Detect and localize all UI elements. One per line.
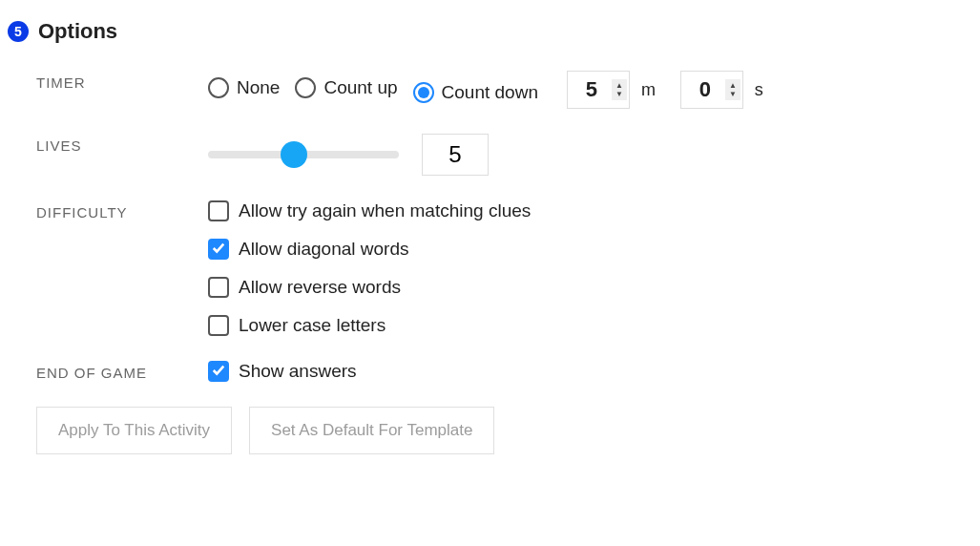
checkbox-label: Show answers [239,361,357,382]
radio-icon [208,77,229,98]
section-header: 5 Options [8,19,972,44]
minutes-value: 5 [577,77,606,102]
minutes-unit: m [641,80,656,100]
checkbox-label: Lower case letters [239,315,386,336]
end-label: END OF GAME [36,361,208,381]
difficulty-checkbox[interactable]: Allow reverse words [208,277,944,298]
stepper-up-icon[interactable]: ▲ [615,81,623,90]
difficulty-checkbox[interactable]: Lower case letters [208,315,944,336]
end-row: END OF GAME Show answers [8,361,972,382]
timer-row: TIMER NoneCount upCount down 5 ▲ ▼ m 0 ▲… [8,71,972,109]
seconds-group: 0 ▲ ▼ s [680,71,775,109]
timer-label: TIMER [36,71,208,91]
timer-radio-none[interactable]: None [208,77,280,98]
default-button[interactable]: Set As Default For Template [249,407,494,454]
difficulty-checkbox[interactable]: Allow diagonal words [208,239,944,260]
lives-row: LIVES [8,134,972,176]
checkbox-icon [208,277,229,298]
minutes-group: 5 ▲ ▼ m [567,71,667,109]
apply-button[interactable]: Apply To This Activity [36,407,232,454]
checkbox-label: Allow try again when matching clues [239,200,531,221]
seconds-value: 0 [691,77,719,102]
radio-label: Count up [323,77,397,98]
radio-icon [295,77,316,98]
seconds-stepper[interactable]: 0 ▲ ▼ [680,71,743,109]
stepper-down-icon[interactable]: ▼ [615,90,623,98]
checkbox-icon [208,361,229,382]
checkbox-icon [208,200,229,221]
slider-thumb[interactable] [281,141,307,168]
stepper-down-icon[interactable]: ▼ [729,90,737,98]
step-badge: 5 [8,21,29,42]
minutes-stepper[interactable]: 5 ▲ ▼ [567,71,630,109]
timer-radio-count-down[interactable]: Count down [413,82,538,103]
lives-input[interactable] [422,134,489,176]
difficulty-row: DIFFICULTY Allow try again when matching… [8,200,972,336]
checkbox-icon [208,239,229,260]
lives-label: LIVES [36,134,208,154]
stepper-up-icon[interactable]: ▲ [729,81,737,90]
checkbox-icon [208,315,229,336]
difficulty-checkbox[interactable]: Allow try again when matching clues [208,200,944,221]
radio-label: None [237,77,280,98]
checkbox-label: Allow diagonal words [239,239,409,260]
radio-label: Count down [442,82,538,103]
seconds-unit: s [755,80,763,100]
checkbox-label: Allow reverse words [239,277,401,298]
page-title: Options [38,19,117,44]
end-checkbox[interactable]: Show answers [208,361,944,382]
lives-slider[interactable] [208,151,399,158]
radio-icon [413,82,434,103]
difficulty-label: DIFFICULTY [36,200,208,220]
timer-radio-count-up[interactable]: Count up [295,77,397,98]
